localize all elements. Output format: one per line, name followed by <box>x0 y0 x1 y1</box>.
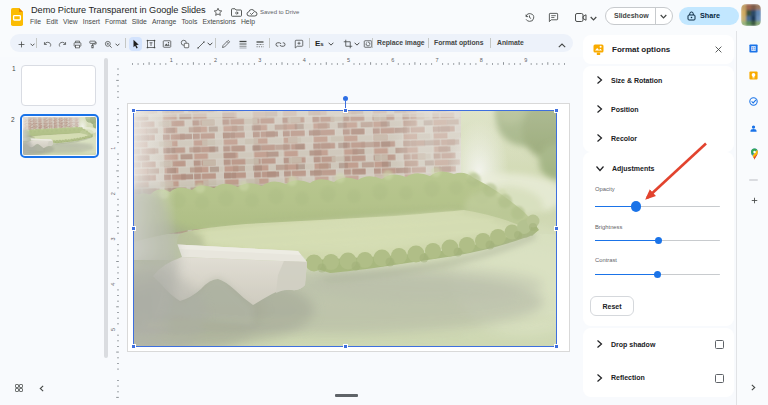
svg-text:7: 7 <box>436 57 439 63</box>
svg-text:4: 4 <box>303 57 306 63</box>
svg-text:9: 9 <box>524 57 527 63</box>
svg-text:1: 1 <box>110 147 116 150</box>
svg-text:3: 3 <box>258 57 261 63</box>
svg-text:5: 5 <box>347 57 350 63</box>
svg-text:2: 2 <box>110 192 116 195</box>
svg-text:6: 6 <box>391 57 394 63</box>
svg-text:5: 5 <box>110 328 116 331</box>
svg-text:2: 2 <box>214 57 217 63</box>
svg-text:8: 8 <box>480 57 483 63</box>
svg-text:4: 4 <box>110 283 116 286</box>
svg-text:1: 1 <box>170 57 173 63</box>
svg-text:3: 3 <box>110 237 116 240</box>
